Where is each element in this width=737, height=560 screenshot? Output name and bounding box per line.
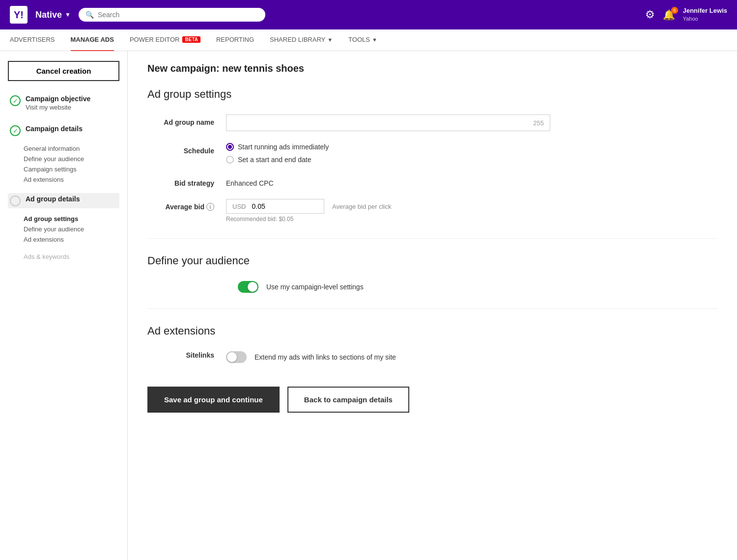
toggle-row-audience: Use my campaign-level settings <box>238 281 717 293</box>
average-bid-info-icon[interactable]: i <box>206 203 214 211</box>
radio-circle-immediately <box>226 143 234 151</box>
sitelinks-toggle-thumb <box>227 352 237 362</box>
ad-group-settings-heading: Ad group settings <box>147 88 717 101</box>
back-to-campaign-button[interactable]: Back to campaign details <box>287 387 409 413</box>
content-area: New campaign: new tennis shoes Ad group … <box>128 51 737 560</box>
user-info: Jennifer Lewis Yahoo <box>683 7 727 22</box>
sidebar-item-campaign-objective[interactable]: ✓ Campaign objective Visit my website <box>8 93 119 113</box>
sitelinks-row: Extend my ads with links to sections of … <box>226 351 396 363</box>
user-sub: Yahoo <box>683 15 727 22</box>
bid-amount-input[interactable] <box>252 202 281 210</box>
main-layout: Cancel creation ✓ Campaign objective Vis… <box>0 51 737 560</box>
nav-power-editor[interactable]: POWER EDITOR BETA <box>130 29 200 51</box>
form-control-schedule: Start running ads immediately Set a star… <box>226 143 550 164</box>
section-divider-1 <box>147 238 717 239</box>
radio-dot-immediately <box>228 145 232 149</box>
sidebar-title-campaign-details: Campaign details <box>26 125 83 133</box>
settings-icon[interactable]: ⚙ <box>645 8 655 21</box>
app-name-caret-icon[interactable]: ▼ <box>65 11 71 18</box>
form-row-bid-strategy: Bid strategy Enhanced CPC <box>147 175 550 187</box>
label-schedule: Schedule <box>147 143 226 155</box>
form-control-average-bid: USD Average bid per click Recommended bi… <box>226 199 550 223</box>
radio-start-end[interactable]: Set a start and end date <box>226 156 550 164</box>
sidebar-item-campaign-details[interactable]: ✓ Campaign details <box>8 123 119 138</box>
nav-shared-library[interactable]: SHARED LIBRARY ▼ <box>270 29 333 51</box>
check-icon-campaign-objective: ✓ <box>10 95 21 106</box>
form-row-average-bid: Average bid i USD Average bid per click … <box>147 199 550 223</box>
cancel-creation-button[interactable]: Cancel creation <box>8 61 119 81</box>
radio-immediately[interactable]: Start running ads immediately <box>226 143 550 151</box>
sidebar-subtitle-campaign-objective: Visit my website <box>26 104 90 111</box>
bid-recommended: Recommended bid: $0.05 <box>226 216 550 223</box>
footer-buttons: Save ad group and continue Back to campa… <box>147 387 550 413</box>
notif-badge: 6 <box>671 7 678 14</box>
sidebar-sub-items-ad-group-details: Ad group settings Define your audience A… <box>24 215 119 243</box>
char-count: 255 <box>533 119 544 127</box>
sidebar-sub-item-campaign-settings[interactable]: Campaign settings <box>24 166 119 173</box>
sitelinks-text: Extend my ads with links to sections of … <box>255 353 396 361</box>
sidebar-sub-item-define-audience[interactable]: Define your audience <box>24 155 119 163</box>
nav-advertisers[interactable]: ADVERTISERS <box>10 29 55 51</box>
bid-box: USD <box>226 199 324 214</box>
sitelinks-label: Sitelinks <box>147 351 226 359</box>
sidebar-sub-item-ad-extensions[interactable]: Ad extensions <box>24 176 119 183</box>
user-name: Jennifer Lewis <box>683 7 727 15</box>
bid-hint: Average bid per click <box>332 203 391 210</box>
form-row-sitelinks: Sitelinks Extend my ads with links to se… <box>147 351 550 363</box>
audience-toggle-thumb <box>248 282 257 292</box>
search-icon: 🔍 <box>85 11 94 19</box>
bid-input-row: USD Average bid per click <box>226 199 550 214</box>
sidebar-sub-item-general-info[interactable]: General information <box>24 145 119 152</box>
label-average-bid: Average bid i <box>147 199 226 211</box>
search-bar: 🔍 <box>79 8 265 22</box>
form-control-bid-strategy: Enhanced CPC <box>226 175 550 187</box>
header-left: Y! Native ▼ 🔍 <box>10 6 265 24</box>
radio-circle-start-end <box>226 156 234 164</box>
bid-strategy-value: Enhanced CPC <box>226 175 550 187</box>
audience-toggle[interactable] <box>238 281 258 293</box>
app-name: Native ▼ <box>35 10 71 20</box>
beta-badge: BETA <box>182 36 200 43</box>
shared-library-caret-icon: ▼ <box>327 37 333 43</box>
sidebar-disabled-ads-keywords: Ads & keywords <box>24 253 119 260</box>
section-divider-2 <box>147 308 717 309</box>
check-icon-ad-group-details <box>10 196 21 206</box>
form-row-schedule: Schedule Start running ads immediately S… <box>147 143 550 164</box>
ad-extensions-heading: Ad extensions <box>147 325 717 337</box>
sidebar-sub-item-define-audience-2[interactable]: Define your audience <box>24 225 119 233</box>
schedule-radio-group: Start running ads immediately Set a star… <box>226 143 550 164</box>
nav-tools[interactable]: TOOLS ▼ <box>348 29 377 51</box>
radio-label-immediately: Start running ads immediately <box>238 143 329 151</box>
sidebar-sub-items-campaign-details: General information Define your audience… <box>24 145 119 183</box>
bid-currency: USD <box>232 203 246 210</box>
notifications-icon[interactable]: 🔔 6 <box>663 9 675 21</box>
define-audience-heading: Define your audience <box>147 254 717 267</box>
app-name-text: Native <box>35 10 62 20</box>
average-bid-label-text: Average bid <box>165 203 204 211</box>
ad-group-name-input-wrapper: 255 <box>226 114 550 131</box>
sidebar-title-ad-group-details: Ad group details <box>26 195 80 203</box>
label-bid-strategy: Bid strategy <box>147 175 226 187</box>
search-input[interactable] <box>98 11 258 19</box>
sidebar-section-ad-group-details: Ad group details Ad group settings Defin… <box>8 193 119 243</box>
ad-group-name-input[interactable] <box>232 119 533 127</box>
page-title: New campaign: new tennis shoes <box>147 63 717 74</box>
sidebar-section-campaign-details: ✓ Campaign details General information D… <box>8 123 119 183</box>
nav-bar: ADVERTISERS MANAGE ADS POWER EDITOR BETA… <box>0 29 737 51</box>
audience-toggle-label: Use my campaign-level settings <box>266 283 364 291</box>
sidebar-sub-item-ad-extensions-2[interactable]: Ad extensions <box>24 236 119 243</box>
yahoo-logo: Y! <box>10 6 28 24</box>
sitelinks-toggle[interactable] <box>226 351 247 363</box>
header: Y! Native ▼ 🔍 ⚙ 🔔 6 Jennifer Lewis Yahoo <box>0 0 737 29</box>
sidebar-section-campaign-objective: ✓ Campaign objective Visit my website <box>8 93 119 113</box>
sidebar-item-ad-group-details[interactable]: Ad group details <box>8 193 119 208</box>
nav-manage-ads[interactable]: MANAGE ADS <box>71 29 114 51</box>
form-row-ad-group-name: Ad group name 255 <box>147 114 550 131</box>
form-control-ad-group-name: 255 <box>226 114 550 131</box>
nav-reporting[interactable]: REPORTING <box>216 29 254 51</box>
save-ad-group-button[interactable]: Save ad group and continue <box>147 387 280 413</box>
tools-caret-icon: ▼ <box>372 37 377 43</box>
sidebar-title-campaign-objective: Campaign objective <box>26 95 90 103</box>
sidebar-sub-item-ad-group-settings[interactable]: Ad group settings <box>24 215 119 223</box>
sidebar: Cancel creation ✓ Campaign objective Vis… <box>0 51 128 560</box>
